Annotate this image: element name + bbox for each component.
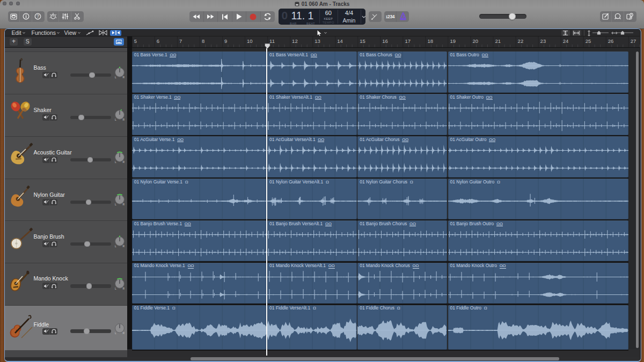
svg-text:24: 24: [562, 38, 568, 44]
svg-text:L: L: [115, 118, 116, 121]
svg-text:16: 16: [382, 38, 388, 44]
svg-text:R: R: [122, 203, 125, 206]
svg-text:12: 12: [292, 38, 298, 44]
svg-text:5: 5: [134, 38, 136, 44]
svg-text:15: 15: [360, 38, 365, 44]
svg-text:R: R: [122, 160, 125, 164]
svg-text:L: L: [115, 160, 116, 164]
svg-text:L: L: [115, 245, 116, 248]
svg-text:17: 17: [405, 38, 411, 44]
svg-text:22: 22: [517, 38, 523, 44]
svg-text:13: 13: [314, 38, 320, 44]
svg-text:14: 14: [337, 38, 343, 44]
svg-text:R: R: [122, 76, 125, 79]
svg-text:R: R: [122, 245, 125, 248]
svg-text:7: 7: [179, 38, 181, 44]
svg-text:L: L: [115, 286, 116, 290]
svg-text:27: 27: [630, 38, 636, 44]
svg-text:26: 26: [608, 38, 613, 44]
svg-text:R: R: [122, 286, 125, 290]
svg-text:8: 8: [201, 38, 204, 44]
svg-text:R: R: [122, 118, 125, 121]
svg-text:L: L: [115, 203, 116, 206]
svg-text:9: 9: [224, 38, 227, 44]
svg-text:21: 21: [495, 38, 501, 44]
svg-text:18: 18: [427, 38, 433, 44]
svg-text:23: 23: [540, 38, 546, 44]
svg-text:10: 10: [247, 38, 253, 44]
svg-text:L: L: [115, 331, 116, 335]
svg-text:25: 25: [585, 38, 591, 44]
svg-text:R: R: [122, 331, 125, 335]
svg-text:20: 20: [472, 38, 478, 44]
svg-text:6: 6: [156, 38, 159, 44]
svg-text:?: ?: [37, 14, 40, 19]
svg-text:19: 19: [450, 38, 456, 44]
svg-text:L: L: [115, 76, 116, 79]
